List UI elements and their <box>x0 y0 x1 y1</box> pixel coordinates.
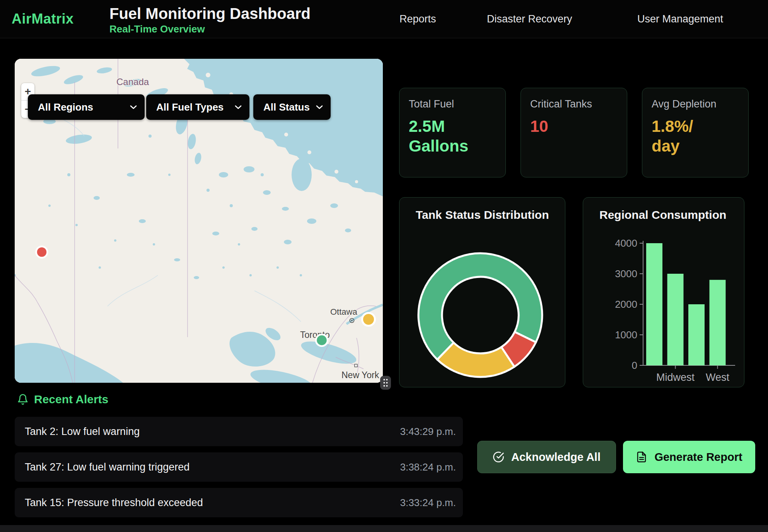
stat-card-critical-tanks: Critical Tanks 10 <box>521 88 627 177</box>
generate-report-label: Generate Report <box>654 451 742 464</box>
stat-value-critical-tanks: 10 <box>530 116 604 136</box>
page-subtitle: Real-Time Overview <box>109 23 205 35</box>
generate-report-button[interactable]: Generate Report <box>623 441 755 473</box>
map-marker-normal[interactable] <box>316 334 328 346</box>
chevron-down-icon <box>316 105 323 109</box>
alert-row[interactable]: Tank 27: Low fuel warning triggered 3:38… <box>15 452 463 482</box>
chevron-down-icon <box>235 105 242 109</box>
drag-handle-icon[interactable] <box>380 376 391 390</box>
bar-chart-title: Regional Consumption <box>599 208 726 222</box>
alert-text: Tank 27: Low fuel warning triggered <box>25 461 189 473</box>
alert-text: Tank 15: Pressure threshold exceeded <box>25 497 203 509</box>
stat-label: Avg Depletion <box>652 98 739 110</box>
recent-alerts-title: Recent Alerts <box>34 393 108 406</box>
regional-consumption-bar-chart: 01000200030004000MidwestWest <box>583 198 745 387</box>
x-axis-category-label: Midwest <box>656 372 695 383</box>
map-city-dot-new-york <box>355 364 357 367</box>
alert-timestamp: 3:43:29 p.m. <box>400 426 456 438</box>
y-axis-tick-label: 1000 <box>615 329 637 341</box>
filter-fuel-types-dropdown[interactable]: All Fuel Types <box>146 94 249 120</box>
check-circle-icon <box>493 451 504 463</box>
stat-value-total-fuel: 2.5M Gallons <box>409 116 482 156</box>
filter-fuel-types-label: All Fuel Types <box>156 101 224 113</box>
fuel-monitoring-dashboard: AirMatrix Fuel Monitoring Dashboard Real… <box>0 0 768 532</box>
chevron-down-icon <box>130 105 137 109</box>
y-axis-tick-label: 4000 <box>615 237 637 249</box>
filter-regions-label: All Regions <box>38 101 93 113</box>
stat-card-total-fuel: Total Fuel 2.5M Gallons <box>399 88 506 177</box>
map-water-james-bay <box>292 159 312 191</box>
nav-user-management[interactable]: User Management <box>637 13 723 25</box>
map-label-canada: Canada <box>116 77 149 87</box>
bar-region-1 <box>646 243 662 365</box>
acknowledge-all-button[interactable]: Acknowledge All <box>477 441 616 473</box>
map-marker-warning[interactable] <box>362 313 375 326</box>
stat-label: Critical Tanks <box>530 98 618 110</box>
filter-status-dropdown[interactable]: All Status <box>253 94 331 120</box>
tank-status-donut-chart <box>399 198 566 387</box>
tank-status-card: Tank Status Distribution <box>399 197 565 387</box>
bar-Midwest <box>667 274 684 365</box>
bell-icon <box>17 394 29 405</box>
regional-consumption-card: Regional Consumption 01000200030004000Mi… <box>583 197 744 387</box>
alert-timestamp: 3:38:24 p.m. <box>400 461 456 473</box>
map-label-new-york: New York <box>341 370 379 380</box>
map-city-dot-ottawa-center <box>351 320 353 321</box>
bottom-bar <box>0 525 768 532</box>
nav-disaster-recovery[interactable]: Disaster Recovery <box>487 13 572 25</box>
map-panel[interactable]: Canada Ottawa Toronto New York + − All R… <box>15 59 383 383</box>
x-axis-category-label: West <box>706 372 730 383</box>
bar-West <box>710 280 726 365</box>
map-label-ottawa: Ottawa <box>330 307 357 317</box>
donut-chart-title: Tank Status Distribution <box>416 208 549 222</box>
y-axis-tick-label: 0 <box>632 360 637 371</box>
stat-card-avg-depletion: Avg Depletion 1.8%/ day <box>642 88 749 177</box>
alert-row[interactable]: Tank 15: Pressure threshold exceeded 3:3… <box>15 488 463 517</box>
acknowledge-all-label: Acknowledge All <box>511 451 601 464</box>
alert-text: Tank 2: Low fuel warning <box>25 426 140 438</box>
filter-status-label: All Status <box>263 101 310 113</box>
bar-region-3 <box>688 304 705 365</box>
y-axis-tick-label: 2000 <box>615 298 637 310</box>
alert-timestamp: 3:33:24 p.m. <box>400 497 456 509</box>
nav-reports[interactable]: Reports <box>399 13 436 25</box>
filter-regions-dropdown[interactable]: All Regions <box>28 94 145 120</box>
map-marker-critical[interactable] <box>36 247 48 258</box>
y-axis-tick-label: 3000 <box>615 268 637 280</box>
stat-label: Total Fuel <box>409 98 496 110</box>
header-bar: AirMatrix Fuel Monitoring Dashboard Real… <box>0 0 768 38</box>
donut-segment-yellow <box>437 343 514 377</box>
app-logo: AirMatrix <box>12 11 74 27</box>
file-text-icon <box>636 451 647 463</box>
alert-row[interactable]: Tank 2: Low fuel warning 3:43:29 p.m. <box>15 417 463 446</box>
stat-value-avg-depletion: 1.8%/ day <box>652 116 725 156</box>
recent-alerts-header: Recent Alerts <box>17 393 108 406</box>
page-title: Fuel Monitoring Dashboard <box>109 5 311 22</box>
